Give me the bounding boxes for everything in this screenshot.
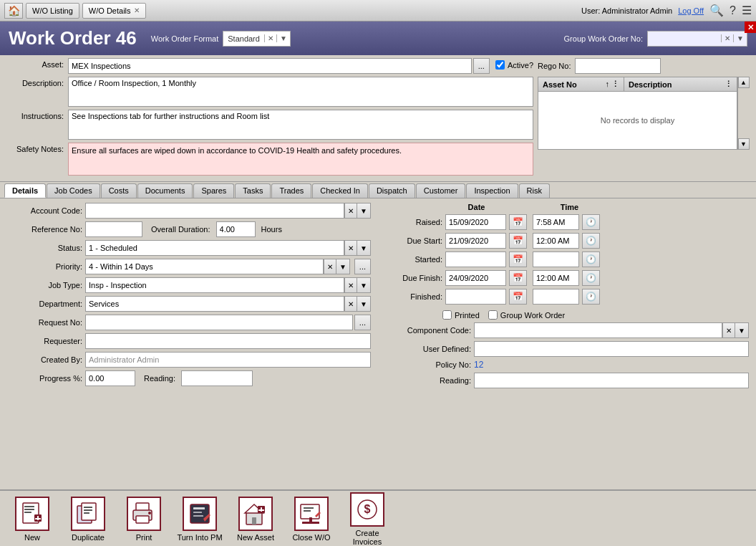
priority-dropdown[interactable]: ▼ [336, 259, 350, 274]
account-code-input[interactable] [85, 203, 344, 219]
tab-checked-in[interactable]: Checked In [312, 183, 368, 198]
tab-dispatch[interactable]: Dispatch [369, 183, 415, 198]
active-checkbox[interactable] [495, 60, 505, 70]
policy-no-value[interactable]: 12 [474, 360, 483, 370]
reference-no-input[interactable] [85, 221, 142, 237]
tab-risk[interactable]: Risk [519, 183, 550, 198]
new-asset-button[interactable]: New Asset [231, 497, 281, 542]
group-wo-clear-button[interactable]: ✕ [721, 34, 733, 42]
raised-date-input[interactable] [445, 214, 506, 230]
due-finish-calendar-button[interactable]: 📅 [509, 270, 527, 286]
account-code-dropdown[interactable]: ▼ [357, 203, 371, 219]
safety-textarea[interactable]: Ensure all surfaces are wiped down in ac… [68, 143, 533, 176]
due-start-clock-button[interactable]: 🕐 [582, 233, 600, 249]
format-clear-button[interactable]: ✕ [264, 34, 276, 42]
menu-button[interactable]: ☰ [742, 4, 752, 17]
tab-wo-details[interactable]: W/O Details ✕ [82, 3, 146, 19]
started-clock-button[interactable]: 🕐 [582, 252, 600, 267]
finished-time-input[interactable] [533, 289, 579, 305]
rego-input[interactable] [575, 58, 661, 74]
finished-calendar-button[interactable]: 📅 [509, 289, 527, 305]
due-start-time-input[interactable] [533, 233, 579, 249]
close-wo-button[interactable]: Close W/O [286, 497, 336, 542]
department-dropdown[interactable]: ▼ [357, 296, 371, 312]
status-input[interactable] [85, 240, 344, 256]
tab-spares[interactable]: Spares [193, 183, 234, 198]
due-start-calendar-button[interactable]: 📅 [509, 233, 527, 249]
tab-wo-listing[interactable]: W/O Listing [26, 3, 79, 19]
priority-browse[interactable]: ... [354, 259, 371, 274]
progress-input[interactable] [85, 370, 135, 386]
sort-icon[interactable]: ↑ [605, 80, 609, 88]
tab-costs[interactable]: Costs [101, 183, 137, 198]
tab-customer[interactable]: Customer [416, 183, 466, 198]
tab-job-codes[interactable]: Job Codes [47, 183, 100, 198]
priority-input[interactable] [85, 259, 324, 274]
tab-inspection[interactable]: Inspection [466, 183, 518, 198]
job-type-clear[interactable]: ✕ [344, 277, 357, 293]
new-button[interactable]: New [7, 497, 57, 542]
reading-input-1[interactable] [181, 370, 253, 386]
raised-calendar-button[interactable]: 📅 [509, 214, 527, 230]
svg-rect-3 [24, 512, 32, 513]
due-finish-clock-button[interactable]: 🕐 [582, 270, 600, 286]
close-button[interactable]: ✕ [745, 21, 756, 33]
group-wo-input[interactable] [648, 34, 721, 43]
scroll-up-button[interactable]: ▲ [738, 77, 750, 88]
reading-2-input[interactable] [474, 373, 749, 388]
asset-table-scrollbar[interactable]: ▲ ▼ [737, 77, 749, 150]
job-type-dropdown[interactable]: ▼ [357, 277, 371, 293]
col2-menu-icon[interactable]: ⋮ [724, 80, 732, 89]
status-clear[interactable]: ✕ [344, 240, 357, 256]
created-by-row: Created By: [7, 352, 371, 368]
tab-close-icon[interactable]: ✕ [134, 6, 140, 14]
scroll-down-button[interactable]: ▼ [738, 138, 750, 150]
search-button[interactable]: 🔍 [709, 4, 724, 17]
printed-checkbox[interactable] [442, 310, 452, 320]
group-wo-checkbox[interactable] [488, 310, 498, 320]
started-time-input[interactable] [533, 252, 579, 267]
print-button[interactable]: Print [119, 497, 169, 542]
duplicate-button[interactable]: Duplicate [63, 497, 113, 542]
home-button[interactable]: 🏠 [4, 3, 23, 19]
col1-menu-icon[interactable]: ⋮ [611, 80, 619, 88]
priority-clear[interactable]: ✕ [324, 259, 336, 274]
asset-input[interactable] [68, 58, 472, 74]
instructions-textarea[interactable]: See Inspections tab for further instruct… [68, 110, 533, 140]
user-defined-input[interactable] [474, 341, 749, 357]
started-calendar-button[interactable]: 📅 [509, 252, 527, 267]
requester-input[interactable] [85, 333, 371, 349]
component-code-clear[interactable]: ✕ [722, 322, 735, 338]
department-input[interactable] [85, 296, 344, 312]
create-invoices-button[interactable]: $ Create Invoices [342, 492, 392, 546]
raised-time-input[interactable] [533, 214, 579, 230]
format-dropdown-button[interactable]: ▼ [276, 34, 290, 42]
turn-into-pm-button[interactable]: Turn Into PM [175, 497, 225, 542]
department-clear[interactable]: ✕ [344, 296, 357, 312]
tab-trades[interactable]: Trades [271, 183, 311, 198]
started-date-input[interactable] [445, 252, 506, 267]
account-code-clear[interactable]: ✕ [344, 203, 357, 219]
due-start-date-input[interactable] [445, 233, 506, 249]
finished-clock-button[interactable]: 🕐 [582, 289, 600, 305]
asset-browse-button[interactable]: ... [473, 58, 490, 74]
tab-documents[interactable]: Documents [137, 183, 193, 198]
logoff-link[interactable]: Log Off [678, 6, 704, 15]
created-by-input [85, 352, 371, 368]
component-code-input[interactable] [474, 322, 722, 338]
finished-date-input[interactable] [445, 289, 506, 305]
description-textarea[interactable]: Office / Room Inspection, 1 Monthly [68, 77, 533, 107]
request-no-input[interactable] [85, 315, 353, 330]
tab-tasks[interactable]: Tasks [235, 183, 271, 198]
tab-details[interactable]: Details [4, 183, 46, 198]
help-button[interactable]: ? [730, 4, 736, 17]
status-dropdown[interactable]: ▼ [357, 240, 371, 256]
request-no-browse[interactable]: ... [354, 315, 371, 330]
raised-clock-button[interactable]: 🕐 [582, 214, 600, 230]
component-code-dropdown[interactable]: ▼ [735, 322, 749, 338]
job-type-input[interactable] [85, 277, 344, 293]
group-wo-dropdown-button[interactable]: ▼ [733, 34, 747, 42]
due-finish-date-input[interactable] [445, 270, 506, 286]
overall-duration-input[interactable] [216, 221, 256, 237]
due-finish-time-input[interactable] [533, 270, 579, 286]
